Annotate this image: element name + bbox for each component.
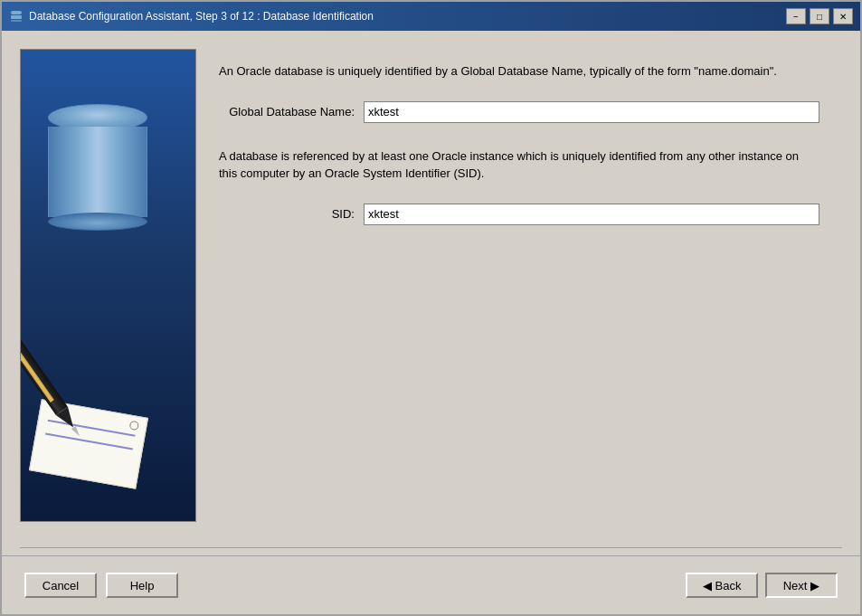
cylinder-bottom bbox=[48, 213, 147, 231]
next-label: Next bbox=[783, 579, 808, 592]
bottom-bar: Cancel Help ◀ Back Next ▶ bbox=[2, 555, 860, 614]
cylinder-body bbox=[48, 127, 147, 217]
minimize-button[interactable]: − bbox=[786, 8, 806, 24]
maximize-button[interactable]: □ bbox=[810, 8, 829, 24]
database-cylinder bbox=[48, 104, 147, 222]
right-panel: An Oracle database is uniquely identifie… bbox=[196, 49, 842, 522]
back-arrow-icon: ◀ bbox=[703, 579, 712, 592]
title-bar: Database Configuration Assistant, Step 3… bbox=[2, 2, 860, 31]
next-button[interactable]: Next ▶ bbox=[765, 573, 838, 598]
global-db-row: Global Database Name: bbox=[219, 101, 819, 123]
window-title: Database Configuration Assistant, Step 3… bbox=[29, 10, 374, 23]
help-button[interactable]: Help bbox=[106, 573, 178, 598]
sid-label: SID: bbox=[219, 207, 355, 221]
left-panel bbox=[20, 49, 196, 522]
back-label: Back bbox=[715, 579, 742, 592]
bottom-left-buttons: Cancel Help bbox=[24, 573, 178, 598]
cancel-button[interactable]: Cancel bbox=[24, 573, 97, 598]
global-db-input[interactable] bbox=[364, 101, 819, 123]
bottom-right-buttons: ◀ Back Next ▶ bbox=[686, 573, 838, 598]
paper bbox=[29, 399, 148, 489]
close-button[interactable]: ✕ bbox=[833, 8, 853, 24]
paper-tag-hole bbox=[129, 421, 140, 431]
info-text-1: An Oracle database is uniquely identifie… bbox=[219, 62, 819, 81]
svg-rect-0 bbox=[11, 11, 22, 14]
title-bar-controls: − □ ✕ bbox=[786, 8, 853, 24]
sid-row: SID: bbox=[219, 204, 819, 225]
app-icon bbox=[9, 9, 24, 24]
main-content: An Oracle database is uniquely identifie… bbox=[2, 31, 860, 540]
separator bbox=[20, 547, 842, 548]
sid-input[interactable] bbox=[364, 204, 819, 225]
main-window: Database Configuration Assistant, Step 3… bbox=[0, 0, 862, 616]
svg-rect-1 bbox=[11, 15, 22, 19]
info-text-2: A database is referenced by at least one… bbox=[219, 147, 819, 183]
global-db-label: Global Database Name: bbox=[219, 105, 355, 118]
next-arrow-icon: ▶ bbox=[810, 579, 819, 592]
content-area: An Oracle database is uniquely identifie… bbox=[2, 31, 860, 614]
pen-illustration bbox=[21, 295, 195, 494]
svg-rect-2 bbox=[11, 20, 22, 22]
back-button[interactable]: ◀ Back bbox=[686, 573, 758, 598]
title-bar-left: Database Configuration Assistant, Step 3… bbox=[9, 9, 374, 24]
